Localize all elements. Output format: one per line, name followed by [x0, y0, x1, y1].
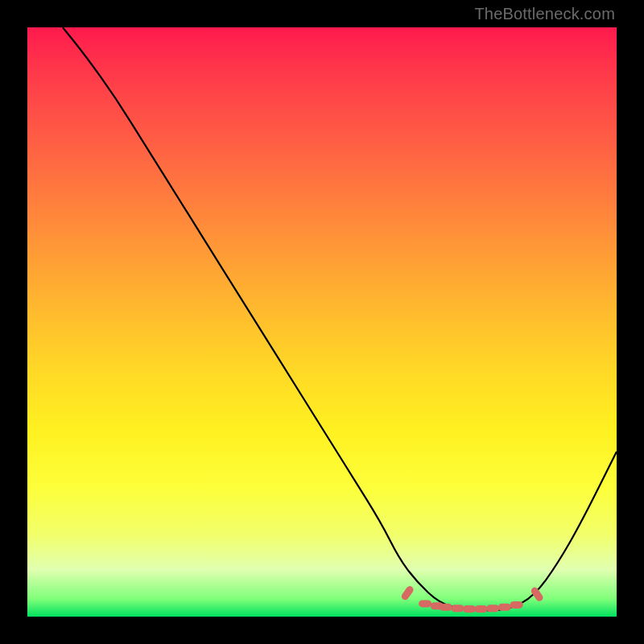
- optimal-dot: [535, 591, 539, 597]
- optimal-range-dots: [405, 590, 539, 609]
- bottleneck-curve: [63, 27, 617, 610]
- chart-svg: [27, 27, 617, 617]
- optimal-dot: [405, 590, 410, 597]
- attribution-text: TheBottleneck.com: [474, 5, 615, 23]
- chart-frame: [27, 27, 617, 617]
